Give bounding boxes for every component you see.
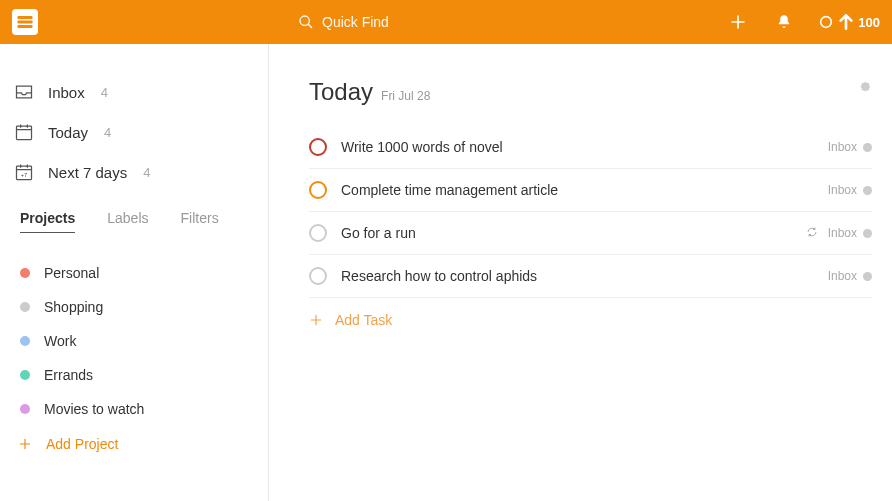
- svg-rect-2: [18, 25, 33, 28]
- svg-rect-0: [18, 16, 33, 19]
- svg-line-4: [308, 24, 312, 28]
- main-content: Today Fri Jul 28 Write 1000 words of nov…: [269, 44, 892, 501]
- project-color-dot: [20, 370, 30, 380]
- task-project-dot: [863, 143, 872, 152]
- add-project-label: Add Project: [46, 436, 118, 452]
- topbar: Quick Find 100: [0, 0, 892, 44]
- add-project-button[interactable]: Add Project: [0, 426, 268, 462]
- task-row[interactable]: Go for a run Inbox: [309, 212, 872, 255]
- task-row[interactable]: Research how to control aphids Inbox: [309, 255, 872, 298]
- task-project-dot: [863, 229, 872, 238]
- project-color-dot: [20, 302, 30, 312]
- nav-count: 4: [104, 125, 111, 140]
- task-title: Complete time management article: [341, 182, 828, 198]
- task-title: Go for a run: [341, 225, 806, 241]
- project-label: Work: [44, 333, 76, 349]
- task-checkbox[interactable]: [309, 181, 327, 199]
- project-label: Errands: [44, 367, 93, 383]
- quick-find[interactable]: Quick Find: [298, 14, 389, 30]
- recurring-icon: [806, 224, 818, 242]
- karma-icon: [818, 14, 834, 30]
- project-color-dot: [20, 404, 30, 414]
- project-color-dot: [20, 268, 30, 278]
- svg-point-3: [300, 16, 309, 25]
- arrow-up-icon: [838, 14, 854, 30]
- tab-labels[interactable]: Labels: [107, 210, 148, 233]
- project-item[interactable]: Shopping: [0, 290, 268, 324]
- project-label: Movies to watch: [44, 401, 144, 417]
- svg-rect-6: [17, 126, 32, 139]
- bell-icon: [775, 13, 793, 31]
- task-project-dot: [863, 186, 872, 195]
- nav-label: Next 7 days: [48, 164, 127, 181]
- nav-next7days[interactable]: +7 Next 7 days 4: [0, 152, 268, 192]
- svg-point-5: [821, 17, 832, 28]
- nav-today[interactable]: Today 4: [0, 112, 268, 152]
- plus-icon: [729, 13, 747, 31]
- project-label: Shopping: [44, 299, 103, 315]
- add-task-button[interactable]: Add Task: [309, 298, 872, 342]
- todoist-logo-icon: [16, 13, 34, 31]
- task-row[interactable]: Complete time management article Inbox: [309, 169, 872, 212]
- task-row[interactable]: Write 1000 words of novel Inbox: [309, 126, 872, 169]
- app-logo[interactable]: [12, 9, 38, 35]
- task-project-label: Inbox: [828, 140, 857, 154]
- add-button[interactable]: [722, 13, 754, 31]
- search-placeholder: Quick Find: [322, 14, 389, 30]
- gear-icon: [856, 78, 872, 94]
- project-list: Personal Shopping Work Errands Movies to…: [0, 242, 268, 476]
- task-project-label: Inbox: [828, 269, 857, 283]
- add-task-label: Add Task: [335, 312, 392, 328]
- sidebar: Inbox 4 Today 4 +7 Next 7 days 4 Project…: [0, 44, 269, 501]
- karma-button[interactable]: 100: [818, 14, 880, 30]
- tab-filters[interactable]: Filters: [181, 210, 219, 233]
- task-project-label: Inbox: [828, 183, 857, 197]
- project-item[interactable]: Personal: [0, 256, 268, 290]
- task-checkbox[interactable]: [309, 138, 327, 156]
- notifications-button[interactable]: [768, 13, 800, 31]
- project-item[interactable]: Errands: [0, 358, 268, 392]
- svg-text:+7: +7: [21, 172, 28, 178]
- plus-icon: [18, 437, 32, 451]
- plus-icon: [309, 313, 323, 327]
- inbox-icon: [14, 82, 34, 102]
- view-settings-button[interactable]: [856, 78, 872, 98]
- project-label: Personal: [44, 265, 99, 281]
- page-title: Today: [309, 78, 373, 106]
- sidebar-tabs: Projects Labels Filters: [0, 192, 268, 242]
- project-item[interactable]: Movies to watch: [0, 392, 268, 426]
- page-subtitle: Fri Jul 28: [381, 89, 430, 103]
- search-icon: [298, 14, 314, 30]
- task-checkbox[interactable]: [309, 267, 327, 285]
- project-color-dot: [20, 336, 30, 346]
- tab-projects[interactable]: Projects: [20, 210, 75, 233]
- calendar-today-icon: [14, 122, 34, 142]
- nav-count: 4: [143, 165, 150, 180]
- task-title: Write 1000 words of novel: [341, 139, 828, 155]
- nav-label: Today: [48, 124, 88, 141]
- nav-count: 4: [101, 85, 108, 100]
- task-project-label: Inbox: [828, 226, 857, 240]
- project-item[interactable]: Work: [0, 324, 268, 358]
- task-checkbox[interactable]: [309, 224, 327, 242]
- nav-label: Inbox: [48, 84, 85, 101]
- nav-inbox[interactable]: Inbox 4: [0, 72, 268, 112]
- task-title: Research how to control aphids: [341, 268, 828, 284]
- task-project-dot: [863, 272, 872, 281]
- calendar-week-icon: +7: [14, 162, 34, 182]
- page-heading: Today Fri Jul 28: [309, 78, 872, 106]
- svg-rect-1: [18, 21, 33, 24]
- karma-score: 100: [858, 15, 880, 30]
